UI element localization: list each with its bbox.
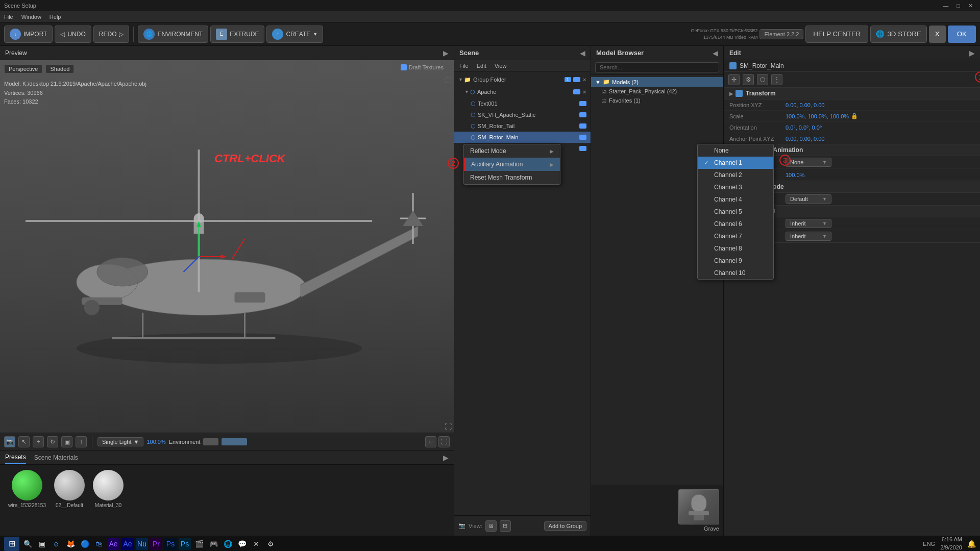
aux-transform-dropdown[interactable]: None ▼ — [786, 158, 831, 167]
light-dropdown[interactable]: Single Light ▼ — [97, 437, 143, 446]
material-ball-1[interactable] — [54, 470, 85, 500]
orientation-value[interactable]: 0.0°, 0.0°, 0.0° — [786, 124, 822, 131]
ae-icon[interactable]: Ae — [107, 538, 119, 550]
env-bar[interactable] — [222, 438, 247, 445]
task-view-icon[interactable]: ▣ — [36, 538, 48, 550]
obj-vis[interactable] — [579, 146, 586, 151]
scene-file-menu[interactable]: File — [459, 63, 469, 69]
close-btn[interactable]: ✕ — [965, 3, 976, 9]
edit-expand[interactable]: ▶ — [969, 49, 975, 57]
channel-3[interactable]: ✓ Channel 3 — [698, 181, 773, 193]
undo-button[interactable]: ◁ UNDO — [55, 26, 91, 43]
cursor-icon[interactable]: ↖ — [18, 436, 30, 447]
material-ball-0[interactable] — [12, 470, 42, 500]
anchor-value[interactable]: 0.00, 0.00, 0.00 — [786, 136, 824, 142]
tree-item-rotor-main[interactable]: ⬡ SM_Rotor_Main — [454, 132, 591, 143]
favorites-item[interactable]: 🗂 Favorites (1) — [591, 96, 723, 105]
cortana-icon[interactable]: 🔵 — [79, 538, 91, 550]
transform-section-header[interactable]: ▶ Transform — [724, 88, 980, 99]
lock-icon[interactable]: 🔒 — [851, 113, 858, 119]
firefox-icon[interactable]: 🦊 — [64, 538, 77, 550]
create-button[interactable]: + CREATE ▼ — [266, 26, 323, 43]
group-close-btn[interactable]: ✕ — [582, 77, 586, 83]
bottom-panel-expand[interactable]: ▶ — [443, 454, 449, 462]
ctx-aux-animation[interactable]: 2 Auxiliary Animation ▶ — [464, 158, 560, 171]
ps2-icon[interactable]: Ps — [179, 538, 191, 550]
pr-icon[interactable]: Pr — [150, 538, 162, 550]
animation-ratio-value[interactable]: 100.0% — [786, 172, 804, 178]
model-search-input[interactable] — [595, 62, 719, 72]
globe-icon[interactable]: 🌐 — [222, 538, 234, 550]
tail-vis[interactable] — [579, 123, 586, 129]
channel-none[interactable]: ✓ None — [698, 144, 773, 157]
scene-panel-expand[interactable]: ◀ — [580, 49, 585, 57]
ok-button[interactable]: OK — [948, 26, 976, 43]
channel-4[interactable]: ✓ Channel 4 — [698, 193, 773, 206]
menu-window[interactable]: Window — [21, 14, 41, 20]
frame-icon[interactable]: ▣ — [61, 436, 72, 447]
search-icon[interactable]: 🔍 — [21, 538, 34, 550]
scene-materials-tab[interactable]: Scene Materials — [34, 452, 78, 463]
edit-tab-settings[interactable]: ⋮ — [771, 74, 782, 85]
sk-vis[interactable] — [579, 112, 586, 117]
export-icon[interactable]: ↑ — [76, 436, 87, 447]
tree-item-apache[interactable]: ▼ ⬡ Apache ✕ — [454, 86, 591, 98]
edit-tab-move[interactable]: ✛ — [728, 74, 740, 85]
group-vis-icon[interactable] — [573, 77, 580, 82]
camera-icon[interactable]: 📷 — [4, 436, 15, 447]
scene-edit-menu[interactable]: Edit — [477, 63, 486, 69]
draft-checkbox[interactable] — [401, 64, 407, 70]
ps-icon[interactable]: Ps — [164, 538, 177, 550]
channel-1[interactable]: ✓ Channel 1 — [698, 157, 773, 169]
minimize-btn[interactable]: — — [940, 3, 951, 9]
ctx-reset-mesh[interactable]: Reset Mesh Transform — [464, 171, 560, 184]
perspective-dropdown[interactable]: Perspective — [4, 64, 42, 73]
edit-tab-rotate[interactable]: ⚙ — [743, 74, 754, 85]
position-value[interactable]: 0.00, 0.00, 0.00 — [786, 102, 824, 108]
add-to-group-btn[interactable]: Add to Group — [544, 521, 586, 531]
tree-item-apache-static[interactable]: ⬡ SK_VH_Apache_Static — [454, 109, 591, 120]
tree-item-text001[interactable]: ⬡ Text001 — [454, 98, 591, 109]
shading-dropdown[interactable]: Shaded — [45, 64, 74, 73]
menu-help[interactable]: Help — [50, 14, 61, 20]
channel-2[interactable]: ✓ Channel 2 — [698, 169, 773, 181]
channel-10[interactable]: ✓ Channel 10 — [698, 267, 773, 279]
starter-pack-item[interactable]: 🗂 Starter_Pack_Physical (42) — [591, 87, 723, 96]
deformation-dropdown[interactable]: Inherit ▼ — [786, 219, 831, 228]
rotate-icon[interactable]: ↻ — [47, 436, 58, 447]
x-icon[interactable]: ✕ — [250, 538, 262, 550]
edit-tab-scale[interactable]: ⬡ — [757, 74, 768, 85]
nu-icon[interactable]: Nu — [136, 538, 148, 550]
import-button[interactable]: ↓ IMPORT — [4, 26, 53, 43]
channel-6[interactable]: ✓ Channel 6 — [698, 218, 773, 230]
multi-object-dropdown[interactable]: Inherit ▼ — [786, 232, 831, 241]
models-item[interactable]: ▼ 📁 Models (2) — [591, 77, 723, 87]
model-browser-expand[interactable]: ◀ — [713, 49, 718, 57]
material-item-1[interactable]: 02__Default — [54, 470, 85, 508]
help-center-button[interactable]: HELP CENTER — [805, 26, 868, 43]
channel-8[interactable]: ✓ Channel 8 — [698, 242, 773, 255]
presets-tab[interactable]: Presets — [5, 452, 26, 464]
media-icon[interactable]: 🎬 — [193, 538, 205, 550]
tree-item-rotor-tail[interactable]: ⬡ SM_Rotor_Tail — [454, 120, 591, 132]
channel-9[interactable]: ✓ Channel 9 — [698, 255, 773, 267]
menu-file[interactable]: File — [4, 14, 13, 20]
scale-value[interactable]: 100.0%, 100.0%, 100.0% — [786, 113, 849, 119]
scene-view-menu[interactable]: View — [495, 63, 507, 69]
store-icon[interactable]: 🛍 — [93, 538, 105, 550]
panel-expand-btn[interactable]: ▶ — [443, 49, 449, 57]
text001-vis[interactable] — [579, 101, 586, 106]
3d-store-button[interactable]: 🌐 3D STORE — [870, 26, 926, 43]
apache-vis[interactable] — [573, 89, 580, 94]
settings-icon[interactable]: ⚙ — [264, 538, 277, 550]
notification-icon[interactable]: 🔔 — [967, 540, 976, 548]
window-controls[interactable]: — □ ✕ — [940, 3, 976, 9]
ctx-reflect-mode[interactable]: Reflect Mode ▶ — [464, 144, 560, 158]
chat-icon[interactable]: 💬 — [236, 538, 248, 550]
channel-5[interactable]: ✓ Channel 5 — [698, 206, 773, 218]
close-x-button[interactable]: X — [929, 26, 946, 43]
apache-close[interactable]: ✕ — [582, 89, 586, 95]
main-vis[interactable] — [579, 135, 586, 140]
game-icon[interactable]: 🎮 — [207, 538, 219, 550]
edge-icon[interactable]: e — [50, 538, 62, 550]
